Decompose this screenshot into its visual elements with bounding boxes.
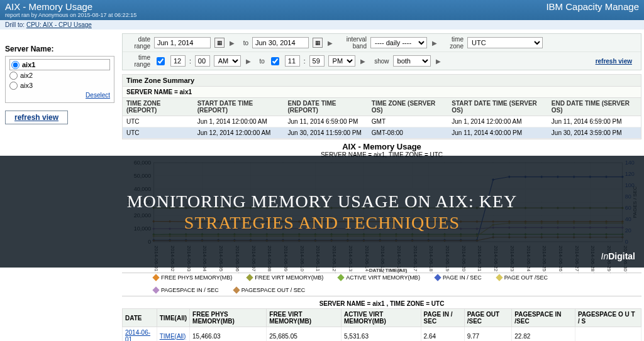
detail-col-header: PAGESPACE IN /SEC: [512, 309, 575, 327]
calendar-icon[interactable]: ▦: [313, 38, 323, 48]
detail-cell: 22.82: [512, 327, 575, 342]
legend-marker-icon: [152, 274, 159, 281]
arrow-right-icon: ▶: [228, 40, 236, 46]
detail-cell: 2.64: [421, 327, 464, 342]
tz-summary-title: Time Zone Summary: [123, 75, 641, 87]
server-option-aix3[interactable]: aix3: [9, 80, 110, 90]
detail-table: DATETIME(All)FREE PHYS MEMORY(MB)FREE VI…: [122, 308, 641, 341]
server-option-label: aix3: [20, 80, 33, 90]
time-to-hour[interactable]: [285, 55, 300, 67]
timezone-summary: Time Zone Summary SERVER NAME = aix1 TIM…: [122, 74, 641, 139]
date-to-input[interactable]: [252, 37, 309, 48]
date-from-input[interactable]: [154, 37, 211, 48]
svg-text:DATE, TIME(All): DATE, TIME(All): [369, 268, 408, 273]
time-from-check[interactable]: [157, 57, 165, 65]
legend-marker-icon: [233, 286, 240, 293]
time-from-min[interactable]: [195, 55, 210, 67]
arrow-right-icon: ▶: [359, 58, 367, 65]
detail-col-header: PAGESPACE O U T / S: [575, 309, 641, 327]
time-to-ampm[interactable]: PM: [328, 55, 355, 67]
page-title: AIX - Memory Usage: [5, 1, 92, 12]
timezone-select[interactable]: UTC: [467, 37, 543, 48]
server-option-aix1[interactable]: aix1: [9, 59, 110, 70]
date-range-label: date range: [126, 36, 150, 50]
tz-cell: Jun 11, 2014 4:00:00 PM: [448, 127, 548, 139]
legend-item: PAGESPACE IN / SEC: [153, 287, 219, 293]
time-from-ampm[interactable]: AM: [214, 55, 241, 67]
tz-col-header: START DATE TIME (SERVER OS): [448, 98, 548, 116]
time-from-hour[interactable]: [170, 55, 186, 67]
server-name-label: Server Name:: [5, 45, 114, 53]
tz-cell: GMT-08:00: [368, 127, 448, 139]
deselect-link[interactable]: Deselect: [86, 92, 110, 99]
server-option-aix2[interactable]: aix2: [9, 70, 110, 80]
server-radio[interactable]: [11, 61, 19, 69]
server-radio[interactable]: [9, 82, 18, 90]
legend-label: FREE PHYS MEMORY(MB): [161, 274, 232, 281]
legend-marker-icon: [434, 274, 441, 281]
tz-cell: Jun 11, 2014 6:59:00 PM: [284, 116, 368, 127]
legend-marker-icon: [338, 274, 345, 281]
legend-item: FREE VIRT MEMORY(MB): [247, 274, 323, 281]
time-range-label: time range: [126, 54, 150, 68]
legend-marker-icon: [247, 274, 253, 281]
tz-cell: Jun 30, 2014 3:59:00 PM: [548, 127, 641, 139]
detail-col-header: FREE VIRT MEMORY(MB): [267, 309, 341, 327]
server-radio[interactable]: [9, 72, 18, 80]
tz-col-header: TIME ZONE (REPORT): [123, 98, 194, 116]
detail-table-block: SERVER NAME = aix1 , TIME ZONE = UTC DAT…: [122, 299, 641, 341]
detail-col-header: FREE PHYS MEMORY(MB): [190, 309, 267, 327]
legend-label: FREE VIRT MEMORY(MB): [255, 274, 323, 281]
tz-summary-server: SERVER NAME = aix1: [123, 87, 641, 98]
tz-col-header: END DATE TIME (SERVER OS): [548, 98, 641, 116]
time-to-check[interactable]: [271, 57, 279, 65]
product-name: IBM Capacity Manage: [546, 1, 639, 12]
time-zone-label: time zone: [442, 36, 464, 50]
arrow-right-icon: ▶: [431, 40, 438, 46]
detail-link[interactable]: 2014-06-01: [125, 329, 150, 341]
tz-cell: Jun 30, 2014 11:59:00 PM: [284, 127, 368, 139]
tz-col-header: TIME ZONE (SERVER OS): [368, 98, 448, 116]
tz-cell: Jun 11, 2014 6:59:00 PM: [548, 116, 641, 127]
legend-item: FREE PHYS MEMORY(MB): [153, 274, 232, 281]
report-header: AIX - Memory Usage IBM Capacity Manage r…: [0, 0, 644, 20]
detail-link[interactable]: TIME(All): [160, 333, 186, 340]
show-select[interactable]: both: [393, 55, 431, 67]
drill-link[interactable]: CPU: AIX - CPU Usage: [26, 21, 92, 28]
drill-label: Drill to:: [5, 21, 25, 28]
overlay-brand: InDigital: [601, 251, 635, 261]
to-label: to: [256, 58, 265, 65]
detail-col-header: ACTIVE VIRT MEMORY(MB): [341, 309, 421, 327]
legend-item: PAGE OUT /SEC: [497, 274, 548, 281]
tz-cell: Jun 1, 2014 12:00:00 AM: [194, 116, 284, 127]
calendar-icon[interactable]: ▦: [214, 38, 225, 48]
refresh-button-top[interactable]: refresh view: [596, 58, 637, 65]
to-label: to: [240, 40, 248, 46]
tz-table: TIME ZONE (REPORT)START DATE TIME (REPOR…: [123, 98, 641, 139]
legend-item: PAGESPACE OUT / SEC: [234, 287, 306, 293]
arrow-right-icon: ▶: [245, 58, 252, 65]
detail-cell: [575, 327, 641, 342]
legend-marker-icon: [152, 286, 159, 293]
detail-cell: 2014-06-01: [123, 327, 157, 342]
table-row: UTCJun 12, 2014 12:00:00 AMJun 30, 2014 …: [123, 127, 641, 139]
tz-cell: GMT: [368, 116, 448, 127]
table-row: 2014-06-01TIME(All)15,466.0325,685.055,5…: [123, 327, 641, 342]
overlay-line-2: STRATEGIES AND TECHNIQUES: [184, 213, 460, 233]
refresh-button-sidebar[interactable]: refresh view: [5, 111, 68, 124]
interval-band-label: interval band: [338, 36, 367, 50]
legend-label: ACTIVE VIRT MEMORY(MB): [346, 274, 420, 281]
legend-item: ACTIVE VIRT MEMORY(MB): [338, 274, 420, 281]
overlay-line-1: MONITORING MEMORY USAGE ON AIX: KEY: [127, 190, 518, 213]
time-to-min[interactable]: [309, 55, 325, 67]
interval-select[interactable]: ---- daily ----: [370, 37, 427, 48]
detail-col-header: PAGE OUT /SEC: [464, 309, 512, 327]
report-run-info: report ran by Anonymous on 2015-08-17 at…: [5, 12, 639, 18]
arrow-right-icon: ▶: [435, 58, 442, 65]
detail-cell: 15,466.03: [190, 327, 267, 342]
show-label: show: [370, 58, 389, 65]
controls-panel: date range ▦ ▶ to ▦ ▶ interval band ----…: [122, 33, 641, 70]
legend-item: PAGE IN / SEC: [435, 274, 482, 281]
legend-marker-icon: [496, 274, 502, 281]
detail-col-header: DATE: [123, 309, 157, 327]
